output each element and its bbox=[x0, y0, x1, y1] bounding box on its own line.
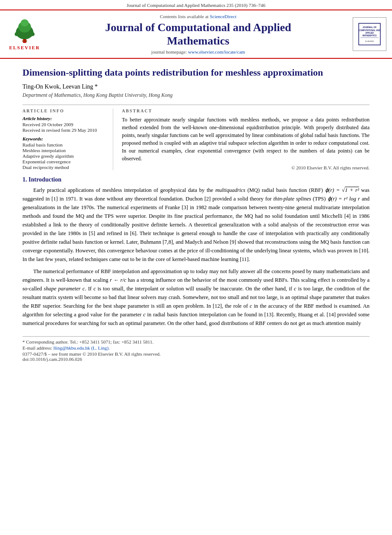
keyword-5: Dual reciprocity method bbox=[22, 165, 107, 170]
svg-point-5 bbox=[31, 32, 35, 36]
elsevier-brand-text: ELSEVIER bbox=[9, 45, 40, 50]
article-history-label: Article history: bbox=[22, 116, 107, 121]
svg-point-4 bbox=[15, 32, 19, 36]
journal-bar-text: Journal of Computational and Applied Mat… bbox=[127, 3, 265, 8]
keyword-4: Exponential convergence bbox=[22, 159, 107, 164]
journal-logo-icon: JOURNAL OF COMPUTATIONAL AND APPLIED MAT… bbox=[358, 23, 381, 45]
svg-text:ELSEVIER: ELSEVIER bbox=[365, 40, 374, 42]
journal-logo-box: JOURNAL OF COMPUTATIONAL AND APPLIED MAT… bbox=[353, 17, 386, 51]
journal-name: Journal of Computational and Applied Mat… bbox=[48, 21, 348, 48]
main-content: Dimension-splitting data points redistri… bbox=[0, 59, 392, 369]
corresponding-note: * Corresponding author. Tel.: +852 3411 … bbox=[22, 339, 370, 344]
journal-logo-right: JOURNAL OF COMPUTATIONAL AND APPLIED MAT… bbox=[352, 17, 387, 51]
journal-title-center: Contents lists available at ScienceDirec… bbox=[48, 14, 348, 54]
journal-homepage: journal homepage: www.elsevier.com/locat… bbox=[48, 49, 348, 54]
keyword-2: Meshless interpolation bbox=[22, 148, 107, 153]
section1-para2: The numerical performance of RBF interpo… bbox=[22, 267, 370, 328]
copyright-line: © 2010 Elsevier B.V. All rights reserved… bbox=[122, 165, 370, 170]
svg-point-3 bbox=[21, 19, 29, 27]
section1-para1: Early practical applications of meshless… bbox=[22, 186, 370, 264]
svg-text:APPLIED: APPLIED bbox=[365, 32, 374, 34]
email-link[interactable]: lling@hkbu.edu.hk (L. Ling). bbox=[53, 345, 110, 350]
keyword-3: Adaptive greedy algorithm bbox=[22, 153, 107, 159]
abstract-heading: ABSTRACT bbox=[122, 108, 370, 113]
received-date: Received 20 October 2009 bbox=[22, 122, 107, 127]
homepage-url[interactable]: www.elsevier.com/locate/cam bbox=[188, 49, 245, 54]
abstract-col: ABSTRACT To better approximate nearly si… bbox=[122, 108, 370, 170]
authors-line: Ting-On Kwok, Leevan Ling * bbox=[22, 83, 370, 90]
svg-text:MATHEMATICS: MATHEMATICS bbox=[363, 35, 377, 37]
affiliation-line: Department of Mathematics, Hong Kong Bap… bbox=[22, 92, 370, 99]
svg-text:COMPUTATIONAL AND: COMPUTATIONAL AND bbox=[359, 29, 380, 32]
article-title: Dimension-splitting data points redistri… bbox=[22, 67, 370, 79]
abstract-text: To better approximate nearly singular fu… bbox=[122, 116, 370, 162]
article-info-abstract-section: ARTICLE INFO Article history: Received 2… bbox=[22, 105, 370, 170]
sciencedirect-link[interactable]: ScienceDirect bbox=[210, 14, 236, 19]
doi-line: doi:10.1016/j.cam.2010.06.026 bbox=[22, 357, 370, 362]
journal-bar: Journal of Computational and Applied Mat… bbox=[0, 0, 392, 10]
elsevier-logo: ELSEVIER bbox=[5, 18, 44, 50]
svg-rect-6 bbox=[22, 41, 27, 42]
page-wrapper: Journal of Computational and Applied Mat… bbox=[0, 0, 392, 535]
keywords-label: Keywords: bbox=[22, 136, 107, 141]
revised-date: Received in revised form 29 May 2010 bbox=[22, 127, 107, 133]
keyword-1: Radial basis function bbox=[22, 142, 107, 147]
journal-header: ELSEVIER Contents lists available at Sci… bbox=[0, 10, 392, 59]
elsevier-tree-icon bbox=[7, 18, 42, 44]
email-line: E-mail address: lling@hkbu.edu.hk (L. Li… bbox=[22, 345, 370, 350]
article-info-col: ARTICLE INFO Article history: Received 2… bbox=[22, 108, 113, 170]
issn-line: 0377-0427/$ – see front matter © 2010 El… bbox=[22, 351, 370, 357]
footnote-section: * Corresponding author. Tel.: +852 3411 … bbox=[22, 336, 370, 362]
section1-title: 1. Introduction bbox=[22, 176, 370, 183]
contents-line: Contents lists available at ScienceDirec… bbox=[48, 14, 348, 19]
article-info-heading: ARTICLE INFO bbox=[22, 108, 107, 113]
svg-text:JOURNAL OF: JOURNAL OF bbox=[363, 26, 376, 29]
